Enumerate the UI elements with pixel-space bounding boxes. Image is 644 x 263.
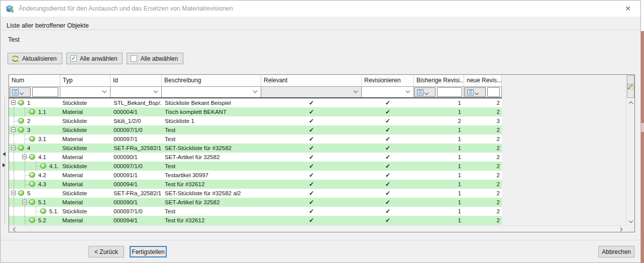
cell-relevant-checkbox[interactable]: ✓ (261, 198, 362, 207)
tree-collapse-toggle[interactable] (11, 127, 16, 132)
table-row[interactable]: 4.2Material000091/1Testartikel 30997✓✓12 (9, 171, 502, 180)
filter-menu-group-bisherige[interactable] (414, 87, 436, 97)
table-row[interactable]: 1StücklisteSTL_Bekant_Bsp/...Stückliste … (9, 98, 502, 107)
table-row[interactable]: 4StücklisteSET-FRa_32582/1...SET-Stückli… (9, 144, 502, 153)
cell-revisionieren-checkbox[interactable]: ✓ (362, 107, 414, 116)
column-header-bisherige[interactable]: Bisherige Revisi... (414, 75, 464, 86)
cell-relevant-checkbox[interactable]: ✓ (261, 125, 362, 135)
cancel-button[interactable]: Abbrechen (598, 246, 634, 257)
cell-relevant-checkbox[interactable]: ✓ (261, 171, 362, 180)
table-row[interactable]: 1.1Material000004/1Tisch komplett BEKANT… (9, 107, 502, 116)
filter-input-bisherige[interactable] (437, 87, 462, 97)
cell-relevant-checkbox[interactable]: ✓ (261, 189, 362, 198)
cell-revisionieren-checkbox[interactable]: ✓ (362, 144, 414, 153)
table-row[interactable]: 5.1.Stückliste000097/1/0Test✓✓12 (9, 207, 502, 216)
finish-button-label: Fertigstellen (132, 248, 164, 255)
column-header-neue[interactable]: neue Revis... (464, 75, 502, 86)
cell-revisionieren-checkbox[interactable]: ✓ (362, 153, 414, 162)
column-header-beschreibung[interactable]: Beschreibung (162, 75, 261, 86)
cell-beschreibung: Test für #32612 (162, 180, 261, 189)
cell-revisionieren-checkbox[interactable]: ✓ (362, 162, 414, 171)
refresh-button[interactable]: Aktualisieren (8, 53, 62, 64)
column-header-revisionieren[interactable]: Revisionieren (362, 75, 414, 86)
table-row[interactable]: 2StücklisteStüli_1/2/0Stückliste 1✓✓23 (9, 116, 502, 125)
cell-relevant-checkbox[interactable]: ✓ (261, 153, 362, 162)
chevron-down-icon (475, 91, 479, 95)
cell-bisherige-revision: 1 (414, 107, 464, 116)
cell-revisionieren-checkbox[interactable]: ✓ (362, 216, 414, 225)
check-icon: ✓ (385, 181, 390, 188)
table-row[interactable]: 4.1Material000090/1SET-Artikel für 32582… (9, 153, 502, 162)
filter-cell-bisherige[interactable] (414, 87, 464, 97)
column-header-num[interactable]: Num (9, 75, 60, 86)
column-header-typ[interactable]: Typ (60, 75, 111, 86)
tree-collapse-toggle[interactable] (22, 200, 27, 204)
column-header-relevant[interactable]: Relevant (261, 75, 362, 86)
cell-revisionieren-checkbox[interactable]: ✓ (362, 98, 414, 107)
filter-input-num[interactable] (32, 87, 58, 97)
tree-line (14, 171, 14, 180)
cell-bisherige-revision: 1 (414, 207, 464, 216)
filter-cell-relevant[interactable] (261, 87, 362, 97)
check-icon: ✓ (385, 199, 390, 206)
cell-revisionieren-checkbox[interactable]: ✓ (362, 189, 414, 198)
cell-relevant-checkbox[interactable]: ✓ (261, 135, 362, 144)
close-icon[interactable]: ✕ (617, 1, 638, 16)
cell-revisionieren-checkbox[interactable]: ✓ (362, 116, 414, 125)
filter-cell-id[interactable] (111, 87, 162, 97)
scroll-down-button[interactable] (626, 217, 634, 225)
cell-relevant-checkbox[interactable]: ✓ (261, 116, 362, 125)
tree-collapse-toggle[interactable] (11, 146, 16, 150)
cell-typ: Material (60, 171, 111, 180)
filter-cell-revisionieren[interactable] (362, 87, 414, 97)
table-row[interactable]: 5.2Material000094/1Test für #32612✓✓12 (9, 216, 502, 225)
table-row[interactable]: 3Stückliste000097/1/0Test✓✓12 (9, 125, 502, 135)
deselect-all-button[interactable]: Alle abwählen (127, 53, 183, 64)
scroll-left-button[interactable] (10, 226, 19, 232)
cell-relevant-checkbox[interactable]: ✓ (261, 216, 362, 225)
filter-cell-beschreibung[interactable] (162, 87, 261, 97)
filter-cell-typ[interactable] (60, 87, 111, 97)
check-icon: ✓ (385, 154, 390, 161)
scroll-right-button[interactable] (616, 226, 625, 232)
cell-neue-revision: 2 (464, 107, 502, 116)
cell-relevant-checkbox[interactable]: ✓ (261, 107, 362, 116)
cell-relevant-checkbox[interactable]: ✓ (261, 144, 362, 153)
cell-revisionieren-checkbox[interactable]: ✓ (362, 198, 414, 207)
cell-revisionieren-checkbox[interactable]: ✓ (362, 171, 414, 180)
tree-collapse-toggle[interactable] (11, 191, 16, 195)
table-row[interactable]: 5.1Material000090/1SET-Artikel für 32582… (9, 198, 502, 207)
vertical-scrollbar[interactable] (626, 75, 634, 225)
filter-menu-group-num[interactable] (10, 87, 31, 97)
back-button[interactable]: < Zurück (88, 246, 124, 257)
cell-relevant-checkbox[interactable]: ✓ (261, 98, 362, 107)
filter-input-neue[interactable] (487, 87, 500, 97)
cell-relevant-checkbox[interactable]: ✓ (261, 180, 362, 189)
tree-collapse-toggle[interactable] (11, 100, 16, 105)
cell-revisionieren-checkbox[interactable]: ✓ (362, 125, 414, 135)
select-all-button[interactable]: ✓ Alle anwählen (66, 53, 123, 64)
tree-node-icon (29, 181, 35, 187)
cell-revisionieren-checkbox[interactable]: ✓ (362, 207, 414, 216)
filter-menu-group-neue[interactable] (465, 87, 486, 97)
cell-beschreibung: Test (162, 162, 261, 171)
filter-cell-num[interactable] (9, 87, 60, 97)
title-bar[interactable]: Änderungsdienst für den Austausch und da… (1, 1, 640, 17)
grid-edit-corner-button[interactable] (627, 75, 634, 98)
cell-relevant-checkbox[interactable]: ✓ (261, 162, 362, 171)
table-row[interactable]: 5StücklisteSET-FRa_32582/1...SET-Stückli… (9, 189, 502, 198)
scroll-up-button[interactable] (626, 98, 634, 107)
cell-revisionieren-checkbox[interactable]: ✓ (362, 180, 414, 189)
tree-collapse-toggle[interactable] (22, 155, 27, 159)
column-header-id[interactable]: Id (111, 75, 162, 86)
filter-cell-neue[interactable] (464, 87, 502, 97)
finish-button[interactable]: Fertigstellen (130, 246, 167, 257)
cell-relevant-checkbox[interactable]: ✓ (261, 207, 362, 216)
table-row[interactable]: 4.3Material000094/1Test für #32612✓✓12 (9, 180, 502, 189)
table-row[interactable]: 4.1.Stückliste000097/1/0Test✓✓12 (9, 162, 502, 171)
cell-typ: Material (60, 153, 111, 162)
cell-id: 000097/1/0 (111, 125, 162, 135)
cell-revisionieren-checkbox[interactable]: ✓ (362, 135, 414, 144)
horizontal-scrollbar[interactable] (9, 225, 626, 232)
table-row[interactable]: 3.1Material000097/1Test✓✓12 (9, 135, 502, 144)
